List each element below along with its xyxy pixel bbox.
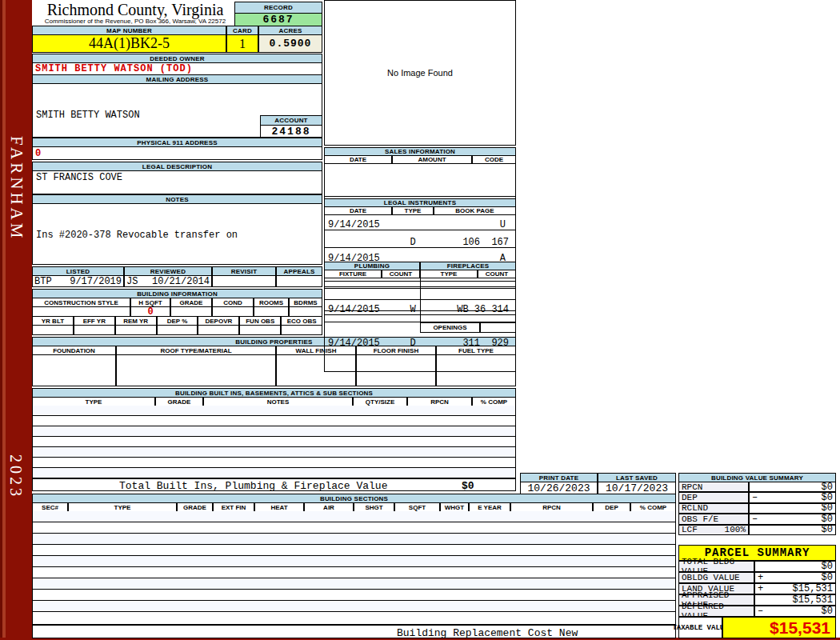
empty-row — [33, 416, 515, 426]
district-label: FARNHAM — [6, 136, 26, 241]
physical-911-value: 0 — [32, 146, 322, 160]
empty-cell — [115, 325, 157, 335]
record-header: RECORD — [234, 2, 322, 14]
bvs-row-rpcn: RPCN $0 — [678, 482, 836, 492]
openings-value — [480, 322, 516, 333]
empty-row — [33, 406, 515, 416]
empty-row — [33, 567, 675, 578]
notes-line-1: Ins #2020-378 Revocable transfer on — [36, 230, 318, 242]
taxable-value-label: TAXABLE VALUE — [678, 617, 722, 638]
building-value-summary: RPCN $0 DEP –$0 RCLND $0 OBS F/E –$0 LCF… — [678, 482, 836, 535]
empty-row — [325, 311, 515, 322]
ps-row-obldg: OBLDG VALUE +$0 — [678, 572, 836, 583]
bvs-row-obsfe: OBS F/E –$0 — [678, 514, 836, 524]
instrument-row: D 106 167 — [325, 237, 515, 248]
empty-row — [33, 601, 675, 612]
empty-cell — [239, 325, 281, 335]
record-value: 6687 — [234, 13, 322, 26]
built-ins-total-row: Total Built Ins, Plumbing & Fireplace Va… — [32, 478, 516, 491]
last-saved-value: 10/17/2023 — [598, 482, 676, 494]
building-sections-footer: Building Replacement Cost New — [32, 625, 676, 638]
empty-row — [325, 278, 515, 289]
empty-cell — [281, 325, 322, 335]
plumbing-fireplaces-table — [324, 278, 516, 322]
empty-row — [33, 458, 515, 468]
empty-row — [33, 590, 675, 601]
empty-cell — [74, 325, 115, 335]
acres-value: 0.5900 — [258, 34, 322, 53]
parcel-summary: TOTAL BLDG VALUE $0 OBLDG VALUE +$0 LAND… — [678, 561, 836, 617]
sidebar: FARNHAM 2023 — [0, 0, 32, 640]
instrument-row: 9/14/2015 D 311 929 — [325, 338, 515, 349]
empty-row — [33, 534, 675, 545]
county-title: Richmond County, Virginia — [36, 1, 234, 17]
account-value: 24188 — [260, 125, 322, 138]
print-date-value: 10/26/2023 — [520, 482, 598, 494]
bvs-row-dep: DEP –$0 — [678, 492, 836, 502]
empty-row — [325, 300, 515, 311]
property-photo-placeholder: No Image Found — [324, 0, 516, 146]
empty-cell — [32, 354, 116, 386]
appeals-value — [276, 275, 322, 287]
empty-row — [33, 447, 515, 458]
revisit-value — [212, 275, 276, 287]
empty-row — [33, 437, 515, 447]
legal-description-value: ST FRANCIS COVE — [32, 170, 322, 194]
empty-cell — [116, 354, 276, 386]
empty-cell — [198, 325, 239, 335]
openings-label: OPENINGS — [420, 322, 480, 333]
empty-row — [33, 522, 675, 534]
ps-row-deferred: DEFERRED VALUE –$0 — [678, 606, 836, 617]
empty-row — [33, 556, 675, 567]
listed-value: BTP9/17/2019 — [32, 275, 124, 287]
property-record-card: FARNHAM 2023 Richmond County, Virginia C… — [0, 0, 840, 640]
empty-row — [325, 289, 515, 300]
ps-row-total-bldg: TOTAL BLDG VALUE $0 — [678, 561, 836, 572]
reviewed-value: JS10/21/2014 — [124, 275, 212, 287]
empty-cell — [32, 325, 74, 335]
taxable-value: $15,531 — [722, 617, 836, 638]
empty-row — [33, 468, 515, 478]
map-number-value: 44A(1)BK2-5 — [32, 34, 226, 53]
replacement-cost-label: Building Replacement Cost New — [397, 627, 578, 639]
empty-row — [33, 545, 675, 556]
bvs-row-lcf: LCF100% $0 — [678, 525, 836, 535]
built-ins-total-label: Total Built Ins, Plumbing & Fireplace Va… — [119, 480, 387, 492]
notes-block: Ins #2020-378 Revocable transfer on deat… — [32, 203, 322, 265]
deeded-owner-value: SMITH BETTY WATSON (TOD) — [32, 62, 322, 75]
card-value: 1 — [226, 34, 258, 53]
bvs-row-rclnd: RCLND $0 — [678, 503, 836, 514]
sales-row — [325, 186, 515, 197]
empty-row — [33, 612, 675, 623]
built-ins-total-value: $0 — [462, 480, 474, 492]
empty-row — [33, 511, 675, 522]
empty-row — [33, 578, 675, 590]
tax-year-label: 2023 — [6, 454, 25, 499]
empty-row — [33, 426, 515, 437]
empty-cell — [157, 325, 198, 335]
